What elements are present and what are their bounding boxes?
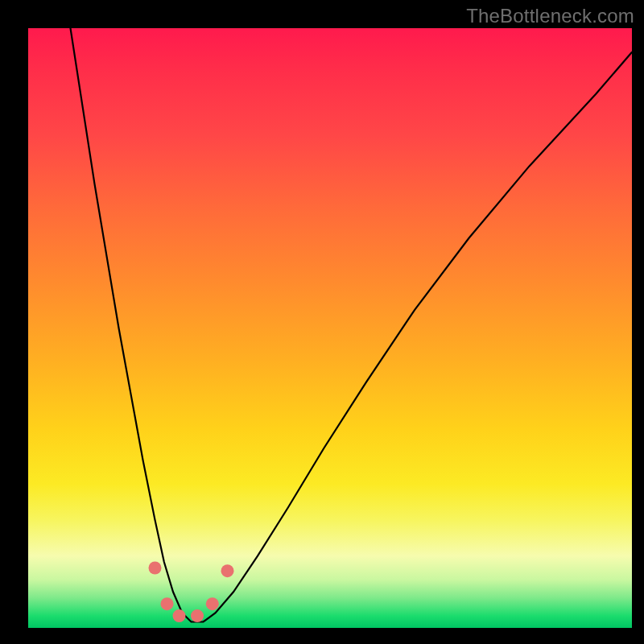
markers-group	[149, 562, 234, 623]
marker-left-lower	[161, 597, 174, 610]
marker-right-lower	[206, 597, 219, 610]
bottleneck-curve-svg	[28, 28, 632, 628]
marker-trough-1	[173, 609, 186, 622]
watermark-text: TheBottleneck.com	[466, 5, 634, 27]
chart-frame: TheBottleneck.com	[0, 0, 644, 644]
marker-right-upper	[221, 564, 234, 577]
plot-area	[28, 28, 632, 628]
marker-left-upper	[149, 562, 162, 575]
marker-trough-2	[191, 609, 204, 622]
bottleneck-curve	[71, 28, 633, 622]
